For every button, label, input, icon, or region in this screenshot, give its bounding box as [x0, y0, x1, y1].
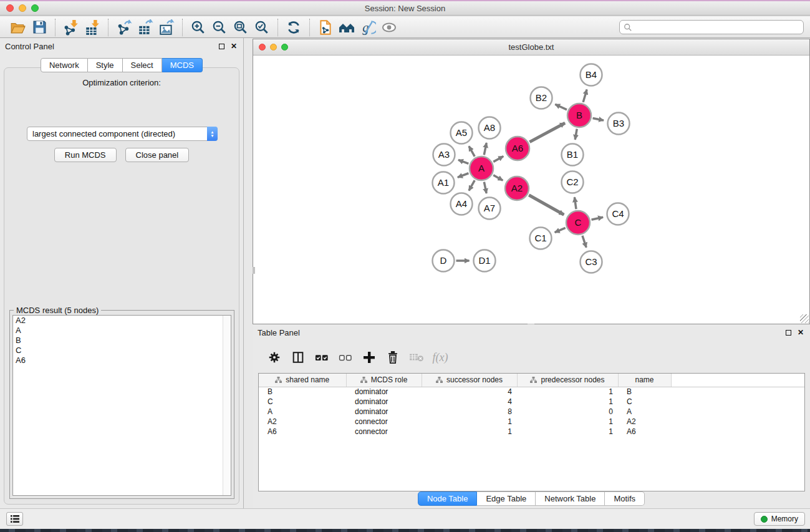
export-table-icon[interactable] — [135, 18, 156, 37]
table-cell[interactable]: A — [259, 407, 346, 417]
tab-edge-table[interactable]: Edge Table — [477, 491, 536, 506]
float-panel-icon[interactable] — [217, 42, 226, 51]
table-cell[interactable]: dominator — [346, 387, 422, 397]
table-cell[interactable]: 1 — [422, 417, 517, 427]
eye-icon[interactable] — [378, 18, 400, 37]
zoom-window-button[interactable] — [31, 4, 39, 12]
table-cell[interactable]: dominator — [346, 407, 422, 417]
table-cell[interactable]: connector — [346, 417, 422, 427]
graph-edge-C-C3[interactable] — [582, 236, 586, 248]
create-column-plus-icon[interactable] — [360, 349, 378, 366]
minimize-network-window-button[interactable] — [270, 44, 277, 51]
resize-grip-icon[interactable] — [800, 314, 809, 323]
open-session-icon[interactable] — [7, 18, 29, 37]
graph-edge-B-B3[interactable] — [593, 118, 604, 120]
graph-node-A7[interactable]: A7 — [479, 198, 501, 220]
float-table-panel-icon[interactable] — [784, 328, 793, 337]
graph-edge-A-A5[interactable] — [469, 146, 475, 156]
mcds-result-item[interactable]: A2 — [13, 316, 231, 326]
table-cell[interactable]: 0 — [517, 407, 618, 417]
table-row[interactable]: A2connector11A2 — [259, 417, 804, 427]
network-window-titlebar[interactable]: testGlobe.txt — [253, 39, 809, 56]
graph-node-C1[interactable]: C1 — [530, 228, 552, 249]
graph-edge-A-A8[interactable] — [484, 143, 486, 155]
export-image-icon[interactable] — [156, 18, 177, 37]
mcds-result-item[interactable]: B — [13, 336, 231, 346]
graph-edge-A-A3[interactable] — [458, 160, 468, 163]
delete-column-trash-icon[interactable] — [384, 349, 402, 366]
zoom-selected-icon[interactable] — [251, 18, 272, 37]
graph-node-B3[interactable]: B3 — [608, 113, 630, 135]
graph-node-C3[interactable]: C3 — [581, 251, 602, 273]
graph-edge-A2-C[interactable] — [529, 195, 564, 215]
column-header-MCDS-role[interactable]: MCDS role — [346, 374, 422, 387]
table-cell[interactable]: 1 — [517, 387, 618, 397]
table-cell[interactable]: C — [618, 397, 671, 407]
graph-node-C2[interactable]: C2 — [562, 172, 584, 193]
table-cell[interactable]: B — [618, 387, 671, 397]
import-table-icon[interactable] — [82, 18, 103, 37]
graph-edge-B-B2[interactable] — [555, 104, 567, 110]
network-canvas[interactable]: B4B2BB3A8A5A6A3B1AC2A1A2A4A7C4CC1DC3D1 — [253, 56, 809, 324]
search-box[interactable] — [619, 20, 804, 34]
column-header-shared-name[interactable]: shared name — [259, 374, 346, 387]
table-row[interactable]: Adominator80A — [259, 407, 804, 417]
close-table-panel-icon[interactable]: ✕ — [796, 328, 805, 337]
deselect-all-icon[interactable] — [337, 349, 354, 366]
new-network-from-selection-icon[interactable] — [315, 18, 336, 37]
graph-node-A2[interactable]: A2 — [505, 177, 529, 200]
table-cell[interactable]: A6 — [259, 427, 346, 437]
houses-icon[interactable] — [336, 18, 357, 37]
tab-network-table[interactable]: Network Table — [536, 491, 605, 506]
table-cell[interactable]: 1 — [422, 427, 517, 437]
table-cell[interactable]: 1 — [517, 417, 618, 427]
table-row[interactable]: Cdominator41C — [259, 397, 804, 407]
tab-select[interactable]: Select — [123, 58, 162, 72]
select-all-icon[interactable] — [313, 349, 330, 366]
graph-edge-A-A6[interactable] — [493, 157, 503, 162]
table-row[interactable]: Bdominator41B — [259, 387, 804, 397]
table-cell[interactable]: B — [259, 387, 346, 397]
graph-edge-C-C2[interactable] — [574, 197, 576, 209]
mcds-result-item[interactable]: A6 — [13, 355, 231, 365]
graph-node-C4[interactable]: C4 — [607, 203, 629, 225]
table-cell[interactable]: connector — [346, 427, 422, 437]
zoom-out-icon[interactable] — [209, 18, 230, 37]
criterion-select[interactable]: largest connected component (directed) ▲… — [27, 127, 218, 141]
run-mcds-button[interactable]: Run MCDS — [54, 148, 117, 162]
task-history-button[interactable] — [6, 512, 23, 526]
graph-node-B4[interactable]: B4 — [581, 64, 602, 86]
table-cell[interactable]: 4 — [422, 397, 517, 407]
tab-mcds[interactable]: MCDS — [162, 58, 203, 72]
table-row[interactable]: A6connector11A6 — [259, 427, 804, 437]
table-cell[interactable]: C — [259, 397, 346, 407]
table-cell[interactable]: 8 — [422, 407, 517, 417]
tab-network[interactable]: Network — [41, 58, 88, 72]
graph-edge-A-A1[interactable] — [458, 173, 468, 178]
graph-node-A1[interactable]: A1 — [433, 172, 455, 194]
table-cell[interactable]: A6 — [618, 427, 671, 437]
table-cell[interactable]: 1 — [517, 397, 618, 407]
graph-node-C[interactable]: C — [566, 211, 590, 235]
graph-node-A6[interactable]: A6 — [506, 137, 529, 160]
graphics-details-toggle-icon[interactable]: g — [357, 18, 378, 37]
memory-button[interactable]: Memory — [754, 512, 805, 526]
tab-style[interactable]: Style — [88, 58, 123, 72]
scrollbar-track[interactable] — [223, 316, 231, 495]
tab-motifs[interactable]: Motifs — [605, 491, 645, 506]
graph-node-B[interactable]: B — [567, 104, 591, 127]
column-header-predecessor-nodes[interactable]: predecessor nodes — [517, 374, 618, 387]
search-input[interactable] — [635, 23, 799, 32]
graph-node-A5[interactable]: A5 — [451, 122, 473, 144]
import-network-icon[interactable] — [60, 18, 82, 37]
table-cell[interactable]: 4 — [422, 387, 517, 397]
graph-node-D[interactable]: D — [433, 250, 455, 272]
graph-edge-C-C1[interactable] — [555, 228, 566, 232]
graph-edge-A-A7[interactable] — [484, 182, 486, 193]
show-column-panel-icon[interactable] — [289, 349, 307, 366]
graph-edge-C-C4[interactable] — [591, 217, 603, 220]
graph-node-A[interactable]: A — [470, 157, 493, 180]
close-panel-button[interactable]: Close panel — [125, 148, 190, 162]
graph-node-A4[interactable]: A4 — [451, 193, 473, 215]
table-cell[interactable]: A — [618, 407, 671, 417]
